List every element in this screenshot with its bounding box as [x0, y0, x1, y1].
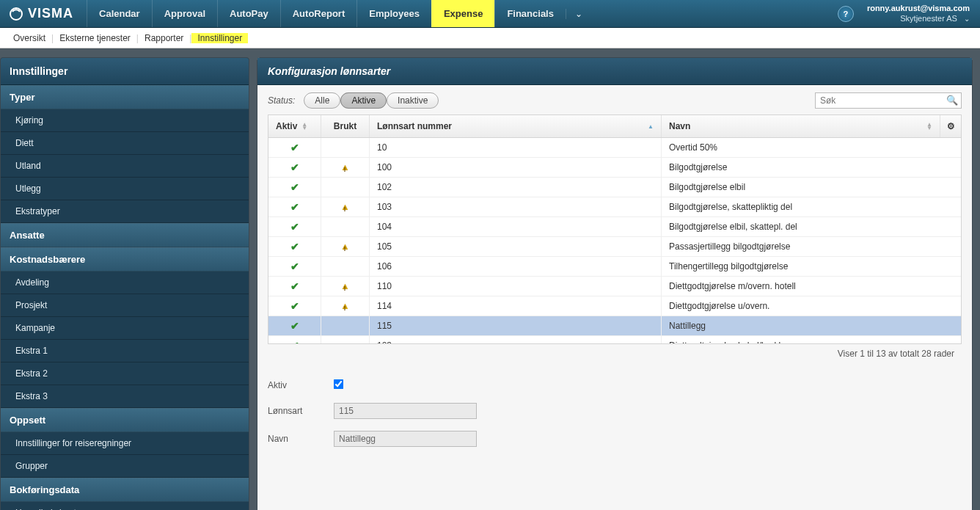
column-header-navn[interactable]: Navn ▲▼ — [662, 115, 940, 137]
cell-num: 123 — [370, 336, 662, 343]
warning-icon: ! — [341, 241, 350, 252]
cell-num: 115 — [370, 316, 662, 335]
main-title: Konfigurasjon lønnsarter — [257, 58, 972, 85]
sidebar-item-avdeling[interactable]: Avdeling — [1, 272, 249, 294]
cell-num: 110 — [370, 277, 662, 296]
check-icon: ✔ — [290, 261, 299, 272]
cell-num: 104 — [370, 217, 662, 236]
sidebar-item-utlegg[interactable]: Utlegg — [1, 178, 249, 200]
sidebar-header-bokføringsdata[interactable]: Bokføringsdata — [1, 478, 249, 502]
user-email: ronny.aukrust@visma.com — [867, 3, 970, 13]
sidebar-item-ekstra-2[interactable]: Ekstra 2 — [1, 363, 249, 385]
detail-lonnsart-label: Lønnsart — [268, 406, 334, 416]
nav-tab-employees[interactable]: Employees — [356, 0, 431, 27]
cell-navn: Bilgodtgjørelse — [662, 158, 961, 177]
brand-logo: VISMA — [0, 6, 87, 21]
subnav-eksterne-tjenester[interactable]: Eksterne tjenester — [54, 33, 136, 43]
sidebar-item-diett[interactable]: Diett — [1, 132, 249, 155]
sidebar-item-grupper[interactable]: Grupper — [1, 455, 249, 478]
check-icon: ✔ — [290, 181, 299, 193]
detail-aktiv-checkbox[interactable] — [334, 379, 344, 390]
cell-navn: Bilgodtgjørelse elbil — [662, 178, 961, 197]
sidebar-item-hovedbokskonto[interactable]: Hovedbokskonto — [1, 502, 249, 510]
table-row[interactable]: ✔10Overtid 50% — [268, 138, 961, 158]
cell-num: 100 — [370, 158, 662, 177]
nav-more-button[interactable]: ⌄ — [566, 9, 591, 19]
help-button[interactable]: ? — [838, 6, 854, 22]
check-icon: ✔ — [290, 340, 299, 343]
subnav-innstillinger[interactable]: Innstillinger — [191, 33, 248, 43]
sidebar-item-prosjekt[interactable]: Prosjekt — [1, 294, 249, 317]
table-row[interactable]: ✔!103Bilgodtgjørelse, skattepliktig del — [268, 197, 961, 217]
grid-settings-button[interactable]: ⚙ — [940, 115, 961, 137]
check-icon: ✔ — [290, 320, 299, 332]
sidebar-item-innstillinger-for-reiseregninger[interactable]: Innstillinger for reiseregninger — [1, 432, 249, 455]
cell-navn: Bilgodtgjørelse elbil, skattepl. del — [662, 217, 961, 236]
nav-tab-financials[interactable]: Financials — [494, 0, 566, 27]
sidebar-item-ekstra-1[interactable]: Ekstra 1 — [1, 340, 249, 363]
settings-sidebar: Innstillinger TyperKjøringDiettUtlandUtl… — [0, 57, 249, 510]
cell-navn: Passasjertillegg bilgodtgjørelse — [662, 237, 961, 256]
grid-header: Aktiv ▲▼ Brukt Lønnsart nummer ▲ Navn ▲▼ — [268, 115, 961, 138]
table-row[interactable]: ✔!105Passasjertillegg bilgodtgjørelse — [268, 237, 961, 257]
filter-row: Status: AlleAktiveInaktive 🔍 — [268, 92, 962, 109]
cell-navn: Tilhengertillegg bilgodtgjørelse — [662, 257, 961, 276]
table-row[interactable]: ✔!110Diettgodtgjørelse m/overn. hotell — [268, 277, 961, 296]
column-header-brukt[interactable]: Brukt — [321, 115, 370, 137]
cell-navn: Diettgodtgjørelse hybel/brakke — [662, 336, 961, 343]
table-row[interactable]: ✔!114Diettgodtgjørelse u/overn. — [268, 296, 961, 316]
subnav-rapporter[interactable]: Rapporter — [139, 33, 189, 43]
sidebar-header-oppsett[interactable]: Oppsett — [1, 408, 249, 432]
sidebar-header-typer[interactable]: Typer — [1, 85, 249, 109]
table-row[interactable]: ✔123Diettgodtgjørelse hybel/brakke — [268, 336, 961, 343]
check-icon: ✔ — [290, 221, 299, 233]
nav-tab-autoreport[interactable]: AutoReport — [280, 0, 357, 27]
logo-icon — [9, 7, 23, 21]
filter-alle[interactable]: Alle — [304, 92, 340, 109]
cell-navn: Bilgodtgjørelse, skattepliktig del — [662, 197, 961, 216]
table-row[interactable]: ✔106Tilhengertillegg bilgodtgjørelse — [268, 257, 961, 277]
nav-tab-autopay[interactable]: AutoPay — [217, 0, 280, 27]
cell-navn: Overtid 50% — [662, 138, 961, 157]
cell-num: 103 — [370, 197, 662, 216]
cell-num: 105 — [370, 237, 662, 256]
detail-navn-input[interactable] — [334, 431, 477, 447]
detail-lonnsart-input[interactable] — [334, 403, 477, 419]
table-row[interactable]: ✔!100Bilgodtgjørelse — [268, 158, 961, 178]
check-icon: ✔ — [290, 300, 299, 312]
warning-icon: ! — [341, 162, 350, 172]
nav-tab-approval[interactable]: Approval — [152, 0, 217, 27]
sidebar-item-kampanje[interactable]: Kampanje — [1, 317, 249, 340]
column-header-lonnsart-nummer[interactable]: Lønnsart nummer ▲ — [370, 115, 662, 137]
grid-footer-text: Viser 1 til 13 av totalt 28 rader — [268, 344, 962, 363]
sidebar-header-kostnadsbærere[interactable]: Kostnadsbærere — [1, 247, 249, 272]
table-row[interactable]: ✔115Nattillegg — [268, 316, 961, 336]
table-row[interactable]: ✔102Bilgodtgjørelse elbil — [268, 178, 961, 197]
cell-num: 106 — [370, 257, 662, 276]
subnav-oversikt[interactable]: Oversikt — [7, 33, 51, 43]
sidebar-header-ansatte[interactable]: Ansatte — [1, 223, 249, 247]
cell-num: 114 — [370, 296, 662, 316]
nav-tab-calendar[interactable]: Calendar — [87, 0, 152, 27]
sidebar-item-utland[interactable]: Utland — [1, 155, 249, 178]
status-label: Status: — [268, 95, 295, 106]
sidebar-item-kjøring[interactable]: Kjøring — [1, 109, 249, 132]
check-icon: ✔ — [290, 280, 299, 292]
check-icon: ✔ — [290, 241, 299, 252]
brand-text: VISMA — [28, 6, 73, 21]
search-input[interactable] — [815, 92, 962, 109]
filter-inaktive[interactable]: Inaktive — [387, 92, 439, 109]
cell-navn: Diettgodtgjørelse m/overn. hotell — [662, 277, 961, 296]
user-menu[interactable]: ronny.aukrust@visma.com Skytjenester AS … — [867, 3, 970, 24]
filter-aktive[interactable]: Aktive — [340, 92, 387, 109]
sidebar-item-ekstratyper[interactable]: Ekstratyper — [1, 200, 249, 223]
sidebar-item-ekstra-3[interactable]: Ekstra 3 — [1, 385, 249, 408]
column-header-aktiv[interactable]: Aktiv ▲▼ — [268, 115, 321, 137]
table-row[interactable]: ✔104Bilgodtgjørelse elbil, skattepl. del — [268, 217, 961, 237]
nav-tab-expense[interactable]: Expense — [431, 0, 494, 27]
warning-icon: ! — [341, 301, 350, 311]
detail-navn-label: Navn — [268, 434, 334, 444]
detail-aktiv-label: Aktiv — [268, 380, 334, 390]
warning-icon: ! — [341, 281, 350, 291]
main-panel: Konfigurasjon lønnsarter Status: AlleAkt… — [257, 57, 973, 510]
